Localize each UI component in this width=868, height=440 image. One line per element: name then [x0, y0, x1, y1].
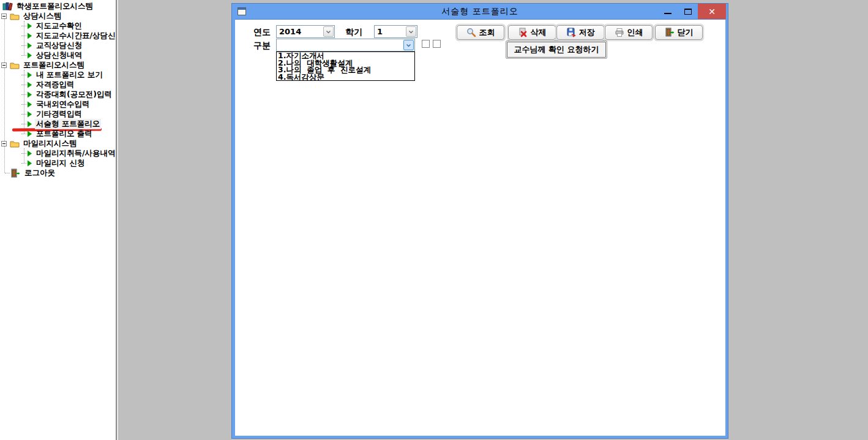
- sidebar-item-13[interactable]: 포트폴리오 출력: [0, 129, 117, 138]
- category-option-4[interactable]: 4.독서감상문: [277, 74, 414, 81]
- semester-label: 학기: [345, 27, 362, 38]
- sidebar-item-label: 지도교수시간표/상담신청: [35, 31, 117, 41]
- folder-icon: [10, 12, 20, 20]
- sidebar-item-5[interactable]: 상담신청내역: [0, 50, 117, 60]
- sidebar-item-label: 내 포트폴리오 보기: [35, 70, 104, 80]
- sidebar-item-label: 학생포트폴리오시스템: [15, 1, 94, 12]
- sidebar-item-2[interactable]: 지도교수확인: [0, 21, 117, 31]
- sidebar-item-label: 마일리지취득/사용내역: [35, 148, 117, 159]
- exit-door-icon: [665, 28, 675, 37]
- maximize-icon: [684, 9, 692, 15]
- sidebar-item-label: 상담신청내역: [35, 50, 83, 61]
- window-titlebar[interactable]: 서술형 포트폴리오 ✕: [232, 4, 728, 19]
- magnifier-icon: [466, 28, 476, 37]
- chevron-down-icon[interactable]: [323, 26, 334, 37]
- search-button-label: 조회: [479, 27, 495, 38]
- nav-tree: 학생포트폴리오시스템상담시스템지도교수확인지도교수시간표/상담신청교직상담신청상…: [0, 0, 116, 440]
- checkbox-1[interactable]: [422, 40, 430, 48]
- semester-value: 1: [375, 27, 405, 36]
- category-dropdown-list: 1.자기소개서2.나의 대학생활설계3.나의 졸업 후 진로설계4.독서감상문: [276, 51, 415, 81]
- sidebar-item-label: 로그아웃: [23, 168, 56, 178]
- arrow-icon: [27, 72, 32, 78]
- print-button-label: 인쇄: [627, 27, 643, 38]
- arrow-icon: [27, 42, 32, 49]
- sidebar-item-label: 서술형 포트폴리오: [35, 119, 101, 129]
- sidebar-item-8[interactable]: 자격증입력: [0, 80, 117, 89]
- year-select[interactable]: 2014: [276, 25, 335, 38]
- sidebar-item-label: 포트폴리오 출력: [35, 129, 94, 139]
- floppy-icon: [566, 28, 576, 37]
- arrow-icon: [27, 32, 32, 39]
- window-title: 서술형 포트폴리오: [232, 6, 728, 17]
- year-label: 연도: [253, 27, 271, 38]
- category-select[interactable]: [276, 39, 415, 51]
- arrow-icon: [27, 111, 32, 118]
- maximize-button[interactable]: [678, 4, 698, 19]
- nav-sidebar: 학생포트폴리오시스템상담시스템지도교수확인지도교수시간표/상담신청교직상담신청상…: [0, 0, 117, 440]
- sidebar-item-label: 기타경력입력: [35, 109, 83, 119]
- sidebar-item-9[interactable]: 각종대회(공모전)입력: [0, 89, 117, 99]
- arrow-icon: [27, 121, 32, 127]
- sidebar-item-0[interactable]: 학생포트폴리오시스템: [0, 1, 117, 11]
- sidebar-item-label: 마일리지시스템: [22, 138, 78, 149]
- sidebar-item-label: 국내외연수입력: [35, 99, 91, 110]
- portfolio-window: 서술형 포트폴리오 ✕ 연도 2014 학기 1: [231, 3, 728, 439]
- arrow-icon: [27, 160, 32, 167]
- sidebar-item-10[interactable]: 국내외연수입력: [0, 99, 117, 109]
- sidebar-item-17[interactable]: 로그아웃: [0, 168, 117, 178]
- category-label: 구분: [253, 40, 271, 51]
- arrow-icon: [27, 150, 32, 157]
- arrow-icon: [27, 91, 32, 98]
- expander-minus-icon[interactable]: [1, 63, 7, 68]
- arrow-icon: [27, 23, 32, 29]
- sidebar-item-7[interactable]: 내 포트폴리오 보기: [0, 70, 117, 80]
- semester-select[interactable]: 1: [374, 25, 417, 38]
- expander-minus-icon[interactable]: [1, 141, 7, 146]
- arrow-icon: [27, 52, 32, 59]
- arrow-icon: [27, 101, 32, 108]
- sidebar-item-14[interactable]: 마일리지시스템: [0, 138, 117, 148]
- sidebar-item-15[interactable]: 마일리지취득/사용내역: [0, 148, 117, 158]
- delete-button[interactable]: 삭제: [508, 25, 556, 40]
- year-value: 2014: [277, 27, 323, 36]
- sidebar-item-label: 지도교수확인: [35, 21, 83, 31]
- folder-icon: [10, 61, 20, 69]
- sidebar-item-label: 각종대회(공모전)입력: [35, 89, 113, 100]
- search-button[interactable]: 조회: [457, 25, 504, 40]
- folder-icon: [10, 140, 20, 148]
- close-button[interactable]: ✕: [698, 4, 726, 19]
- save-button[interactable]: 저장: [556, 25, 604, 40]
- sidebar-item-label: 마일리지 신청: [35, 158, 86, 169]
- save-button-label: 저장: [579, 27, 595, 38]
- sidebar-item-3[interactable]: 지도교수시간표/상담신청: [0, 31, 117, 40]
- sidebar-item-12[interactable]: 서술형 포트폴리오: [0, 119, 117, 129]
- sidebar-item-label: 상담시스템: [22, 11, 63, 21]
- expander-minus-icon[interactable]: [1, 13, 7, 19]
- sidebar-item-11[interactable]: 기타경력입력: [0, 109, 117, 119]
- minimize-icon: [664, 13, 672, 14]
- print-button[interactable]: 인쇄: [605, 25, 653, 40]
- printer-icon: [615, 28, 624, 37]
- sidebar-item-label: 포트폴리오시스템: [22, 60, 86, 70]
- delete-doc-icon: [518, 28, 528, 37]
- sidebar-item-4[interactable]: 교직상담신청: [0, 40, 117, 50]
- chevron-down-icon[interactable]: [403, 40, 414, 50]
- sidebar-item-label: 교직상담신청: [35, 40, 83, 51]
- sidebar-item-6[interactable]: 포트폴리오시스템: [0, 60, 117, 70]
- chevron-down-icon[interactable]: [406, 26, 416, 37]
- close-window-button-label: 닫기: [678, 27, 694, 38]
- close-window-button[interactable]: 닫기: [655, 25, 703, 40]
- window-content: 연도 2014 학기 1 조회: [235, 19, 725, 436]
- arrow-icon: [27, 131, 32, 137]
- sidebar-item-16[interactable]: 마일리지 신청: [0, 158, 117, 168]
- delete-button-label: 삭제: [531, 27, 547, 38]
- sidebar-item-label: 자격증입력: [35, 80, 76, 90]
- checkbox-2[interactable]: [433, 40, 441, 48]
- books-icon: [2, 2, 13, 10]
- request-confirm-button[interactable]: 교수님께 확인 요청하기: [507, 42, 606, 58]
- arrow-icon: [27, 82, 32, 88]
- close-icon: ✕: [708, 7, 716, 16]
- door-icon: [10, 169, 21, 178]
- minimize-button[interactable]: [657, 4, 678, 19]
- sidebar-item-1[interactable]: 상담시스템: [0, 11, 117, 21]
